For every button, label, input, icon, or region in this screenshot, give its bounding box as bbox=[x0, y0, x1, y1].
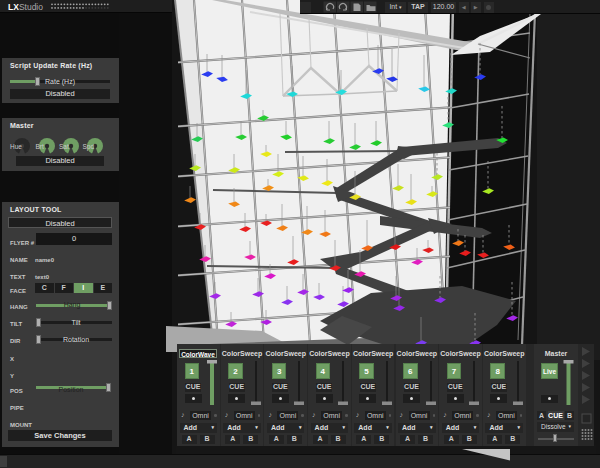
svg-text:Spd: Spd bbox=[83, 143, 95, 151]
svg-text:Sat: Sat bbox=[59, 143, 69, 150]
svg-text:Brt: Brt bbox=[36, 143, 45, 150]
svg-text:Hue: Hue bbox=[10, 143, 22, 150]
